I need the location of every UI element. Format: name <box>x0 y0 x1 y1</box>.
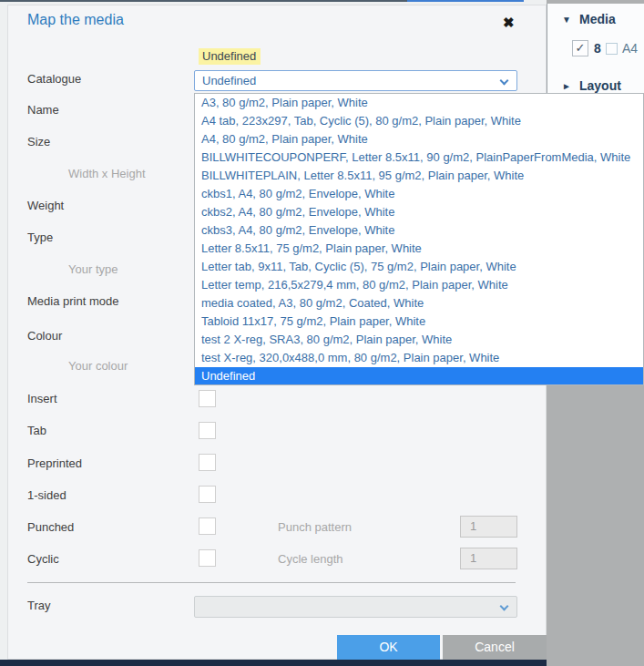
chevron-down-icon <box>500 77 509 86</box>
tray-label: Tray <box>27 598 51 614</box>
one-sided-label: 1-sided <box>27 487 66 504</box>
tab-checkbox[interactable] <box>199 422 216 439</box>
expand-triangle-icon[interactable]: ► <box>562 81 571 91</box>
ok-button[interactable]: OK <box>337 635 440 660</box>
catalogue-option[interactable]: test 2 X-reg, SRA3, 80 g/m2, Plain paper… <box>195 331 643 349</box>
insert-label: Insert <box>27 391 57 407</box>
catalogue-label: Catalogue <box>27 71 81 87</box>
window-bottom-edge <box>0 660 547 666</box>
window-top-edge-accent <box>407 0 524 2</box>
dialog-title: Map the media <box>27 12 124 28</box>
catalogue-select[interactable]: Undefined <box>194 70 517 91</box>
media-size-label: A4 <box>622 41 638 56</box>
tab-label: Tab <box>27 423 46 439</box>
type-label: Type <box>27 230 53 246</box>
name-label: Name <box>27 102 59 118</box>
punched-label: Punched <box>27 519 74 536</box>
your-type-label: Your type <box>68 261 118 278</box>
cycle-length-input[interactable]: 1 <box>460 548 517 569</box>
section-divider <box>27 582 516 583</box>
sidebar-section-layout[interactable]: Layout <box>579 78 621 93</box>
cancel-button[interactable]: Cancel <box>443 635 547 660</box>
tray-select[interactable] <box>194 596 517 618</box>
chevron-down-icon <box>500 602 509 611</box>
close-icon[interactable]: ✖ <box>503 15 515 31</box>
collapse-triangle-icon[interactable]: ▼ <box>562 15 571 25</box>
catalogue-option[interactable]: A3, 80 g/m2, Plain paper, White <box>195 94 643 112</box>
catalogue-option[interactable]: A4 tab, 223x297, Tab, Cyclic (5), 80 g/m… <box>195 112 643 130</box>
width-height-label: Width x Height <box>68 166 146 182</box>
sidebar-section-media[interactable]: Media <box>579 12 616 26</box>
window-top-edge <box>0 0 407 2</box>
preprinted-checkbox[interactable] <box>199 454 216 471</box>
your-colour-label: Your colour <box>68 358 128 374</box>
catalogue-option[interactable]: BILLWHITECOUPONPERF, Letter 8.5x11, 90 g… <box>195 149 643 167</box>
catalogue-option[interactable]: Letter tab, 9x11, Tab, Cyclic (5), 75 g/… <box>195 258 643 276</box>
punched-checkbox[interactable] <box>199 517 216 535</box>
weight-label: Weight <box>27 198 64 214</box>
catalogue-select-value: Undefined <box>202 74 256 87</box>
size-label: Size <box>27 134 50 150</box>
catalogue-option[interactable]: ckbs1, A4, 80 g/m2, Envelope, White <box>195 185 643 203</box>
catalogue-option[interactable]: test X-reg, 320,0x488,0 mm, 80 g/m2, Pla… <box>195 349 643 367</box>
catalogue-option[interactable]: media coated, A3, 80 g/m2, Coated, White <box>195 294 643 313</box>
preprinted-label: Preprinted <box>27 456 82 472</box>
media-checked-checkbox[interactable]: ✓ <box>572 40 588 56</box>
cycle-length-label: Cycle length <box>278 551 343 568</box>
catalogue-option[interactable]: ckbs2, A4, 80 g/m2, Envelope, White <box>195 203 643 221</box>
current-value-highlight: Undefined <box>199 48 261 65</box>
media-count: 8 <box>594 41 601 56</box>
one-sided-checkbox[interactable] <box>199 486 216 503</box>
catalogue-option[interactable]: Letter temp, 216,5x279,4 mm, 80 g/m2, Pl… <box>195 276 643 294</box>
catalogue-option-list[interactable]: A3, 80 g/m2, Plain paper, WhiteA4 tab, 2… <box>194 93 644 385</box>
media-print-mode-label: Media print mode <box>27 293 118 310</box>
media-empty-checkbox[interactable] <box>606 43 618 55</box>
catalogue-option[interactable]: Letter 8.5x11, 75 g/m2, Plain paper, Whi… <box>195 240 643 258</box>
punch-pattern-label: Punch pattern <box>278 519 352 536</box>
insert-checkbox[interactable] <box>199 390 216 407</box>
catalogue-option[interactable]: BILLWHITEPLAIN, Letter 8.5x11, 95 g/m2, … <box>195 167 643 185</box>
cyclic-label: Cyclic <box>27 551 59 568</box>
catalogue-option[interactable]: Undefined <box>195 367 643 385</box>
catalogue-option[interactable]: Tabloid 11x17, 75 g/m2, Plain paper, Whi… <box>195 313 643 331</box>
cyclic-checkbox[interactable] <box>199 549 216 567</box>
catalogue-option[interactable]: ckbs3, A4, 80 g/m2, Envelope, White <box>195 221 643 240</box>
punch-pattern-input[interactable]: 1 <box>460 516 517 538</box>
catalogue-option[interactable]: A4, 80 g/m2, Plain paper, White <box>195 130 643 149</box>
colour-label: Colour <box>27 328 62 344</box>
